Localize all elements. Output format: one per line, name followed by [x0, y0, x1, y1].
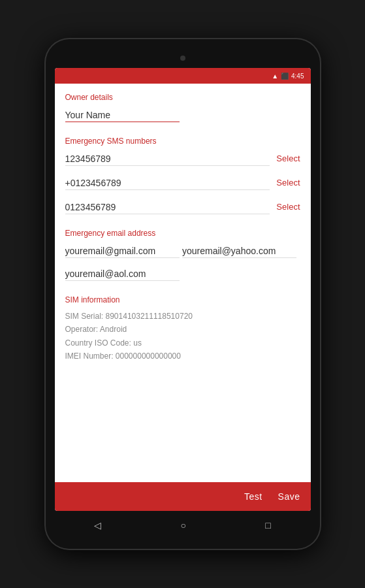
email-section: Emergency email address: [65, 229, 300, 289]
sim-imei: IMEI Number: 000000000000000: [65, 350, 300, 363]
content-area: Owner details Emergency SMS numbers Sele…: [55, 84, 311, 482]
select-button-2[interactable]: Select: [270, 178, 300, 188]
email-input-1[interactable]: [65, 243, 180, 258]
device: ▲ ⬛ 4:45 Owner details Emergency SMS num…: [46, 39, 320, 549]
sms-row-2: Select: [65, 175, 300, 198]
sim-label: SIM information: [65, 295, 300, 304]
sms-row-3: Select: [65, 199, 300, 222]
camera: [180, 56, 185, 61]
sms-input-3[interactable]: [65, 199, 270, 214]
battery-icon: ⬛: [281, 73, 289, 80]
sms-row-1: Select: [65, 151, 300, 174]
sim-serial: SIM Serial: 89014103211118510720: [65, 310, 300, 323]
back-button[interactable]: ◁: [94, 520, 101, 531]
owner-section: Owner details: [65, 93, 300, 130]
email-input-3[interactable]: [65, 266, 180, 281]
sim-section: SIM information SIM Serial: 890141032111…: [65, 295, 300, 363]
recents-button[interactable]: □: [265, 520, 270, 531]
sms-label: Emergency SMS numbers: [65, 137, 300, 146]
test-button[interactable]: Test: [244, 491, 262, 502]
select-button-1[interactable]: Select: [270, 154, 300, 163]
email-input-2[interactable]: [182, 243, 296, 258]
email-label: Emergency email address: [65, 229, 300, 238]
sim-country: Country ISO Code: us: [65, 336, 300, 350]
home-button[interactable]: ○: [181, 520, 186, 531]
sms-input-1[interactable]: [65, 151, 270, 166]
owner-label: Owner details: [65, 93, 300, 102]
signal-icon: ▲: [272, 73, 278, 80]
save-button[interactable]: Save: [278, 491, 300, 502]
select-button-3[interactable]: Select: [270, 202, 300, 212]
sms-section: Emergency SMS numbers Select Select Sele…: [65, 137, 300, 222]
status-icons: ▲ ⬛ 4:45: [272, 73, 304, 80]
status-bar: ▲ ⬛ 4:45: [55, 68, 311, 84]
time-display: 4:45: [291, 73, 304, 80]
device-top: [55, 51, 311, 65]
sim-operator: Operator: Android: [65, 323, 300, 336]
owner-name-input[interactable]: [65, 107, 180, 122]
sms-input-2[interactable]: [65, 175, 270, 190]
nav-bar: ◁ ○ □: [55, 514, 311, 537]
bottom-action-bar: Test Save: [55, 482, 311, 511]
screen: ▲ ⬛ 4:45 Owner details Emergency SMS num…: [55, 68, 311, 511]
